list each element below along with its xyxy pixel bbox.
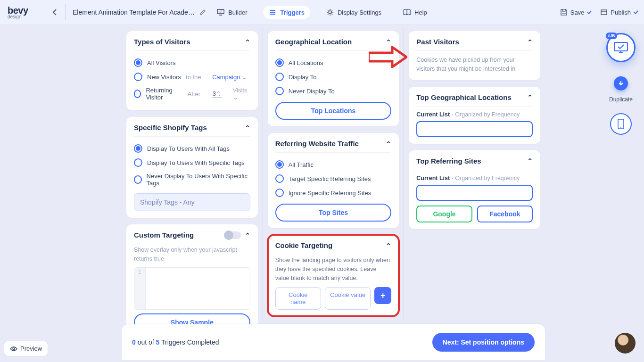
user-avatar[interactable] <box>615 333 636 354</box>
chevron-left-icon <box>52 8 57 16</box>
nav-display-settings[interactable]: Display Settings <box>321 6 387 19</box>
chevron-up-icon[interactable]: ⌄ <box>527 93 533 101</box>
card-title: Past Visitors <box>416 38 459 46</box>
card-title: Referring Website Traffic <box>275 140 359 148</box>
visits-dropdown[interactable]: Visits ⌄ <box>233 87 250 101</box>
column-3: Past Visitors ⌄ Cookies we have picked u… <box>404 28 545 320</box>
nav-help[interactable]: Help <box>397 6 433 19</box>
duplicate-button[interactable] <box>614 76 628 90</box>
radio-ref-all[interactable]: All Traffic <box>275 157 392 172</box>
card-shopify-tags: Specific Shopify Tags ⌄ Display To Users… <box>126 117 258 218</box>
mobile-icon <box>618 119 624 129</box>
card-description: Cookies we have picked up from your visi… <box>416 56 533 74</box>
top-sites-button[interactable]: Top Sites <box>275 204 392 222</box>
logo-sub: design <box>8 14 21 19</box>
radio-tags-specific[interactable]: Display To Users With Specific Tags <box>134 156 250 170</box>
publish-icon <box>600 8 608 16</box>
column-2: Geographical Location ⌄ All Locations Di… <box>263 28 405 320</box>
card-title: Top Geographical Locations <box>416 93 511 101</box>
column-1: Types of Visitors ⌄ All Visitors New Vis… <box>122 28 263 320</box>
add-cookie-button[interactable]: + <box>374 287 391 304</box>
chip-google[interactable]: Google <box>416 206 472 222</box>
radio-tags-never[interactable]: Never Display To Users With Specific Tag… <box>134 170 250 189</box>
list-sublabel: - Organized by Frequency <box>450 111 520 118</box>
radio-new-visitors[interactable]: New Visitors to the Campaign ⌄ <box>134 70 250 84</box>
device-desktop-button[interactable]: A/B <box>606 33 636 62</box>
duplicate-label: Duplicate <box>609 96 633 103</box>
nav-label: Help <box>414 9 427 16</box>
progress-text: 0 out of 5 Triggers Completed <box>132 338 219 346</box>
cookie-value-input[interactable]: Cookie value <box>325 287 371 310</box>
center-nav: Builder Triggers Display Settings Help <box>211 6 433 19</box>
ab-badge: A/B <box>606 33 617 39</box>
download-icon <box>618 80 624 87</box>
chevron-up-icon[interactable]: ⌄ <box>245 124 250 132</box>
radio-tags-all[interactable]: Display To Users With All Tags <box>134 141 250 156</box>
chevron-up-icon[interactable]: ⌄ <box>245 38 250 46</box>
list-label: Current List <box>416 175 450 181</box>
chevron-up-icon[interactable]: ⌄ <box>386 242 391 249</box>
chip-facebook[interactable]: Facebook <box>477 206 533 222</box>
ref-list-input[interactable] <box>416 185 533 201</box>
card-cookie-targeting: Cookie Targeting ⌄ Show the landing page… <box>268 235 399 316</box>
chevron-up-icon[interactable]: ⌄ <box>527 157 533 165</box>
chevron-up-icon[interactable]: ⌄ <box>386 38 391 46</box>
campaign-dropdown[interactable]: Campaign ⌄ <box>212 74 247 81</box>
radio-geo-never[interactable]: Never Display To <box>275 84 392 98</box>
nav-label: Triggers <box>281 9 305 16</box>
chevron-up-icon[interactable]: ⌄ <box>245 231 250 239</box>
card-title: Cookie Targeting <box>275 241 332 249</box>
book-icon <box>403 8 411 16</box>
card-geo-location: Geographical Location ⌄ All Locations Di… <box>268 31 399 126</box>
nav-triggers[interactable]: Triggers <box>264 6 310 19</box>
footer-bar: 0 out of 5 Triggers Completed Next: Set … <box>122 324 545 360</box>
radio-returning-visitor[interactable]: Returning Visitor After 3 Visits ⌄ <box>134 84 250 104</box>
card-custom-targeting: Custom Targeting ⌄ Show overlay only whe… <box>126 224 258 338</box>
geo-list-input[interactable] <box>416 121 533 137</box>
svg-point-1 <box>329 11 331 14</box>
topbar: bevy design Element Animation Template F… <box>0 0 644 25</box>
monitor-check-icon <box>613 41 628 54</box>
next-button[interactable]: Next: Set position options <box>432 333 535 352</box>
card-referring-traffic: Referring Website Traffic ⌄ All Traffic … <box>268 133 399 228</box>
chevron-up-icon[interactable]: ⌄ <box>527 38 533 46</box>
card-types-visitors: Types of Visitors ⌄ All Visitors New Vis… <box>126 31 258 110</box>
action-label: Publish <box>611 9 631 16</box>
check-icon <box>587 10 592 14</box>
edit-icon[interactable] <box>199 9 206 16</box>
device-mobile-button[interactable] <box>610 113 632 135</box>
main-area: Types of Visitors ⌄ All Visitors New Vis… <box>122 28 545 320</box>
nav-label: Builder <box>228 9 247 16</box>
triggers-icon <box>269 8 277 16</box>
svg-rect-3 <box>614 42 627 51</box>
cookie-name-input[interactable]: Cookie name <box>275 287 321 310</box>
save-button[interactable]: Save <box>560 8 592 16</box>
tags-input[interactable]: Shopify Tags - Any <box>134 193 250 211</box>
save-icon <box>560 8 568 16</box>
page-title: Element Animation Template For Acade… <box>73 8 195 16</box>
card-past-visitors: Past Visitors ⌄ Cookies we have picked u… <box>409 31 540 80</box>
card-top-referring: Top Referring Sites ⌄ Current List - Org… <box>409 150 540 229</box>
nav-builder[interactable]: Builder <box>211 6 253 19</box>
radio-all-visitors[interactable]: All Visitors <box>134 56 250 70</box>
nav-label: Display Settings <box>338 9 381 16</box>
card-description: Show overlay only when your javascript r… <box>134 246 250 263</box>
logo: bevy design <box>6 5 47 19</box>
back-button[interactable] <box>50 4 66 20</box>
chevron-up-icon[interactable]: ⌄ <box>386 140 391 148</box>
radio-ref-target[interactable]: Target Specific Referring Sites <box>275 172 392 186</box>
radio-ref-ignore[interactable]: Ignore Specific Referring Sites <box>275 186 392 200</box>
custom-toggle[interactable] <box>225 231 241 239</box>
preview-label: Preview <box>20 345 42 352</box>
eye-icon <box>10 346 17 352</box>
top-locations-button[interactable]: Top Locations <box>275 102 392 120</box>
preview-button[interactable]: Preview <box>4 341 48 356</box>
publish-button[interactable]: Publish <box>600 8 638 16</box>
card-title: Custom Targeting <box>134 231 194 239</box>
radio-geo-all[interactable]: All Locations <box>275 56 392 70</box>
visits-stepper[interactable]: 3 <box>212 90 222 98</box>
right-rail: A/B Duplicate <box>606 33 636 135</box>
card-top-geo: Top Geographical Locations ⌄ Current Lis… <box>409 87 540 144</box>
radio-geo-display[interactable]: Display To <box>275 70 392 84</box>
code-editor[interactable]: 1 <box>134 267 250 310</box>
